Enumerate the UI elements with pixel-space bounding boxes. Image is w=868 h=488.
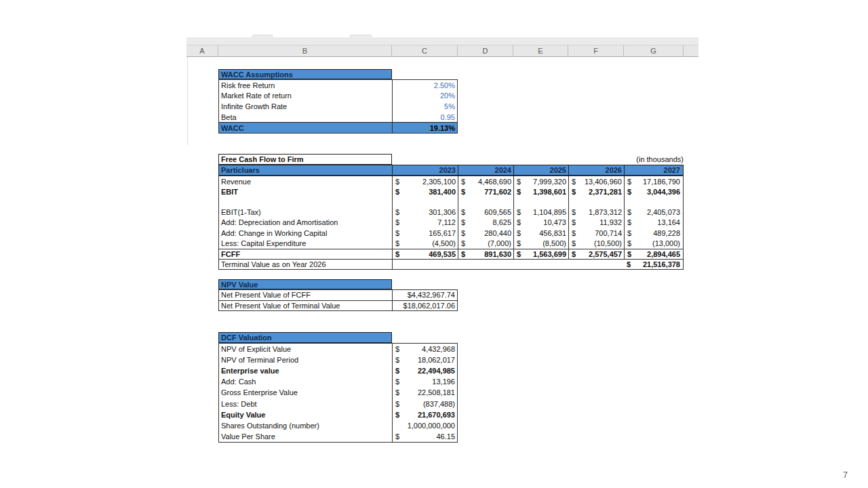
excel-window-edge xyxy=(186,37,698,45)
currency-symbol: $ xyxy=(461,188,465,196)
currency-symbol: $ xyxy=(395,178,399,186)
currency-symbol: $ xyxy=(627,239,631,247)
dcf-row-value-cell: $22,494,985 xyxy=(392,365,457,376)
fcff-terminal-value-cell: $21,516,378 xyxy=(624,260,682,269)
currency-symbol: $ xyxy=(627,250,631,258)
dcf-row: Enterprise value$22,494,985 xyxy=(219,365,457,376)
fcff-row-label: EBIT(1-Tax) xyxy=(219,207,392,218)
fcff-terminal-spacer xyxy=(392,260,624,269)
fcff-value-cell xyxy=(458,197,513,207)
cell-value: (4,500) xyxy=(432,239,456,247)
cell-value: 1,104,895 xyxy=(533,208,566,216)
column-header-e: E xyxy=(513,45,568,56)
fcff-value-cell: $11,932 xyxy=(568,218,624,228)
currency-symbol: $ xyxy=(395,411,399,419)
fcff-value-cell xyxy=(624,197,682,207)
fcff-value-cell: $2,305,100 xyxy=(392,176,458,186)
dcf-row-value-cell: $18,062,017 xyxy=(392,354,457,365)
npv-row-label: Net Present Value of FCFF xyxy=(219,290,392,300)
dcf-row-value-cell: 1,000,000,000 xyxy=(392,420,457,431)
fcff-value-cell: $1,398,601 xyxy=(513,186,568,197)
currency-symbol: $ xyxy=(572,229,576,237)
fcff-row-label: FCFF xyxy=(219,249,392,259)
cell-value: 10,473 xyxy=(543,218,566,226)
cell-value: 1,000,000,000 xyxy=(408,422,455,430)
fcff-value-cell: $2,405,073 xyxy=(624,207,682,218)
column-header-a: A xyxy=(186,45,218,56)
wacc-row-label: Beta xyxy=(219,112,392,123)
currency-symbol: $ xyxy=(461,218,465,226)
fcff-value-cell xyxy=(568,197,624,207)
dcf-row-label: Add: Cash xyxy=(219,376,392,387)
dcf-row-label: NPV of Terminal Period xyxy=(219,354,392,365)
sheet-edge-line xyxy=(187,57,188,145)
currency-symbol: $ xyxy=(572,239,576,247)
cell-value: 280,440 xyxy=(484,229,511,237)
dcf-row-value-cell: $4,432,968 xyxy=(392,344,457,354)
cell-value: 2,894,465 xyxy=(647,250,680,258)
npv-row-value: $4,432,967.74 xyxy=(392,290,457,300)
wacc-row: Infinite Growth Rate5% xyxy=(219,101,457,112)
fcff-value-cell: $10,473 xyxy=(513,218,568,228)
wacc-row: Beta0.95 xyxy=(219,112,457,123)
cell-value: 4,468,690 xyxy=(478,178,511,186)
fcff-row-label: Revenue xyxy=(219,176,392,186)
fcff-value-cell: $489,228 xyxy=(624,228,682,238)
currency-symbol: $ xyxy=(395,388,399,396)
wacc-table-body: Risk free Return2.50%Market Rate of retu… xyxy=(218,79,458,134)
dcf-row: NPV of Explicit Value$4,432,968 xyxy=(219,344,457,354)
fcff-units-note: (in thousands) xyxy=(568,154,684,165)
cell-value: 8,625 xyxy=(492,218,511,226)
dcf-row-value-cell: $13,196 xyxy=(392,376,457,387)
fcff-value-cell: $700,714 xyxy=(568,228,624,238)
fcff-value-cell: $456,831 xyxy=(513,228,568,238)
fcff-value-cell: $13,164 xyxy=(624,218,682,228)
fcff-value-cell: $2,575,457 xyxy=(568,249,624,259)
fcff-value-cell: $609,565 xyxy=(458,207,513,218)
cell-value: 3,044,396 xyxy=(647,188,680,196)
cell-value: 46.15 xyxy=(436,432,455,441)
currency-symbol: $ xyxy=(572,250,576,258)
dcf-row-value-cell: $21,670,693 xyxy=(392,409,457,420)
currency-symbol: $ xyxy=(572,188,576,196)
column-header-g: G xyxy=(624,45,684,56)
cell-value: 489,228 xyxy=(653,229,680,237)
fcff-terminal-label: Terminal Value as on Year 2026 xyxy=(219,260,392,269)
dcf-row: Shares Outstanding (number)1,000,000,000 xyxy=(219,420,457,431)
dcf-row-value-cell: $(837,488) xyxy=(392,398,457,409)
cell-value: 381,400 xyxy=(429,188,456,196)
fcff-year-header-2023: 2023 xyxy=(392,165,458,175)
fcff-year-header-2026: 2026 xyxy=(568,165,624,175)
fcff-row-label: EBIT xyxy=(219,186,392,197)
fcff-value-cell xyxy=(513,197,568,207)
currency-symbol: $ xyxy=(395,239,399,247)
fcff-value-cell: $8,625 xyxy=(458,218,513,228)
currency-symbol: $ xyxy=(517,229,521,237)
fcff-value-cell: $2,894,465 xyxy=(624,249,682,259)
wacc-row-value: 5% xyxy=(392,101,457,112)
currency-symbol: $ xyxy=(627,229,631,237)
fcff-value-cell: $381,400 xyxy=(392,186,458,197)
fcff-value-cell: $13,406,960 xyxy=(568,176,624,186)
wacc-row-value: 0.95 xyxy=(392,112,457,123)
dcf-row-label: NPV of Explicit Value xyxy=(219,344,392,354)
wacc-total-value: 19.13% xyxy=(392,123,457,133)
fcff-row: Add: Depreciation and Amortisation$7,112… xyxy=(219,218,683,228)
wacc-row-value: 20% xyxy=(392,91,457,102)
column-header-d: D xyxy=(458,45,513,56)
wacc-row-label: Risk free Return xyxy=(219,80,392,91)
fcff-year-header-2024: 2024 xyxy=(458,165,513,175)
npv-row: Net Present Value of Terminal Value$18,0… xyxy=(219,300,457,310)
currency-symbol: $ xyxy=(395,356,399,364)
fcff-value-cell: $7,112 xyxy=(392,218,458,228)
fcff-terminal-row: Terminal Value as on Year 2026$21,516,37… xyxy=(219,259,683,269)
wacc-total-label: WACC xyxy=(219,123,392,133)
cell-value: 22,494,985 xyxy=(418,367,455,375)
fcff-row: FCFF$469,535$891,630$1,563,699$2,575,457… xyxy=(219,249,683,259)
fcff-table-title: Free Cash Flow to Firm xyxy=(218,154,392,165)
fcff-value-cell: $7,999,320 xyxy=(513,176,568,186)
currency-symbol: $ xyxy=(572,208,576,216)
fcff-row: Revenue$2,305,100$4,468,690$7,999,320$13… xyxy=(219,176,683,186)
cell-value: 609,565 xyxy=(484,208,511,216)
dcf-row-label: Shares Outstanding (number) xyxy=(219,420,392,431)
